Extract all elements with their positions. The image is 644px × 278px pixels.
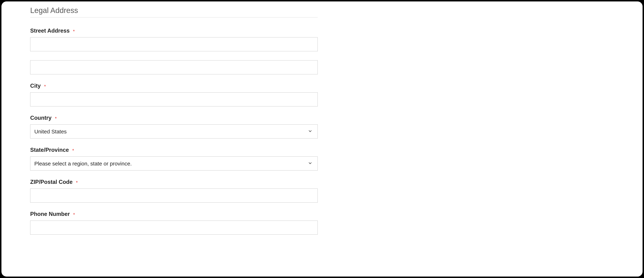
country-select[interactable]: United States [30,124,318,138]
section-title: Legal Address [30,6,318,18]
street-address-input-2[interactable] [30,60,318,74]
city-field: City * [30,83,318,106]
required-asterisk-icon: * [44,84,46,89]
required-asterisk-icon: * [55,116,56,121]
country-select-wrap: United States [30,124,318,138]
zip-input[interactable] [30,189,318,203]
label-text: City [30,83,41,89]
label-text: Country [30,115,52,121]
phone-label: Phone Number * [30,211,318,217]
city-input[interactable] [30,92,318,106]
street-address-label: Street Address * [30,28,318,34]
state-select-wrap: Please select a region, state or provinc… [30,157,318,171]
phone-input[interactable] [30,221,318,235]
state-field: State/Province * Please select a region,… [30,147,318,171]
state-label: State/Province * [30,147,318,153]
country-field: Country * United States [30,115,318,138]
street-address-input-1[interactable] [30,37,318,51]
label-text: State/Province [30,147,69,153]
required-asterisk-icon: * [73,212,75,217]
required-asterisk-icon: * [73,29,75,34]
city-label: City * [30,83,318,89]
street-address-field: Street Address * [30,28,318,74]
label-text: Street Address [30,28,70,34]
zip-field: ZIP/Postal Code * [30,179,318,203]
country-label: Country * [30,115,318,121]
phone-field: Phone Number * [30,211,318,235]
form-frame: Legal Address Street Address * City * Co… [2,2,642,276]
required-asterisk-icon: * [76,180,78,185]
label-text: ZIP/Postal Code [30,179,72,185]
label-text: Phone Number [30,211,70,217]
required-asterisk-icon: * [72,148,74,153]
state-select[interactable]: Please select a region, state or provinc… [30,157,318,171]
zip-label: ZIP/Postal Code * [30,179,318,185]
